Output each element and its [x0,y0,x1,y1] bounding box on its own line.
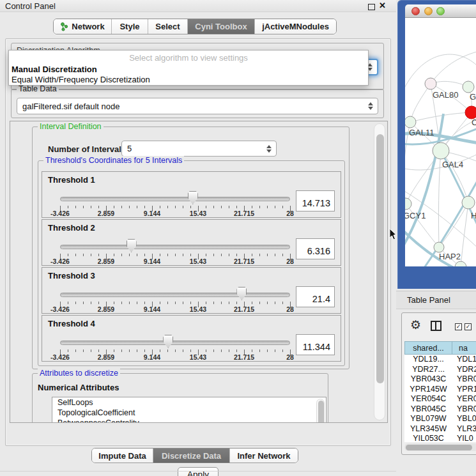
threshold-value-field[interactable] [296,190,335,211]
close-traffic-light-icon[interactable] [411,7,420,15]
tick-label: 9.144 [144,210,160,217]
network-edge[interactable] [438,151,441,247]
table-cell[interactable]: YBL079W [404,414,452,424]
table-cell[interactable]: YDR27... [404,365,452,375]
network-node[interactable] [465,106,476,119]
dropdown-option-equal-width[interactable]: Equal Width/Frequency Discretization [9,75,368,85]
network-view-window[interactable]: GAL80GACGAL11GAL4GCY1HHAP2 [397,0,476,289]
tab-infer-network[interactable]: Infer Network [229,449,298,463]
table-cell[interactable]: YBL0 [452,414,476,424]
network-edge[interactable] [431,51,476,84]
threshold-panel: Threshold 3 -3.4262.8599.14415.4321.7152… [42,267,341,314]
list-scrollbar[interactable] [316,399,325,423]
table-cell[interactable]: YBR0 [452,374,476,385]
network-edge[interactable] [410,112,472,122]
split-panel-icon[interactable] [431,321,441,331]
table-hscrollbar-thumb[interactable] [406,445,472,450]
network-node[interactable] [433,142,449,159]
table-row[interactable]: YBR045CYBR0 [404,404,476,415]
table-row[interactable]: YPR145WYPR1 [404,385,476,395]
attribute-list-item[interactable]: TopologicalCoefficient [52,408,326,418]
slider-track[interactable] [60,293,290,297]
table-data-combobox[interactable]: galFiltered.sif default node [17,98,378,114]
table-cell[interactable]: YLR345W [404,424,452,434]
table-cell[interactable]: YDL19... [404,355,452,365]
number-of-intervals-combobox[interactable]: 5 [121,141,277,157]
table-cell[interactable]: YLR3 [452,424,476,434]
threshold-value-field[interactable] [296,334,335,355]
list-scrollbar-thumb[interactable] [318,401,324,423]
close-icon[interactable]: ✕ [379,1,386,10]
threshold-value-field[interactable] [296,238,335,259]
slider-thumb[interactable] [188,191,198,204]
table-cell[interactable]: YBR043C [404,374,452,385]
threshold-value-field[interactable] [296,286,335,307]
table-hscrollbar[interactable] [404,443,476,451]
table-row[interactable]: YIL053CYIL0 [404,434,476,442]
numerical-attributes-list[interactable]: SelfLoopsTopologicalCoefficientBetweenne… [52,397,326,423]
panel-scrollbar-thumb[interactable] [376,134,384,383]
slider-track[interactable] [60,197,290,201]
network-node[interactable] [405,198,411,210]
zoom-traffic-light-icon[interactable] [436,7,445,15]
network-edge[interactable] [410,84,431,122]
gear-icon[interactable]: ⚙ [410,318,421,332]
network-node[interactable] [463,81,474,93]
column-header-name[interactable]: na [452,341,476,355]
tab-jactivemnodules[interactable]: jActiveMNodules [254,19,336,34]
table-cell[interactable]: YPR145W [404,385,452,395]
table-row[interactable]: YDL19...YDL1 [404,355,476,365]
dropdown-option-manual[interactable]: Manual Discretization [9,65,368,75]
table-cell[interactable]: YIL0 [452,434,476,442]
attribute-list-item[interactable]: BetweennessCentrality [52,418,326,423]
checkbox-icon[interactable]: ✓ [455,323,462,330]
apply-button[interactable]: Apply [178,467,219,476]
table-cell[interactable]: YDL1 [452,355,476,365]
tick-label: 15.43 [190,305,206,313]
network-node[interactable] [425,78,436,89]
table-cell[interactable]: YBR0 [452,404,476,415]
panel-scrollbar[interactable] [374,123,385,420]
table-cell[interactable]: YBR045C [404,404,452,415]
slider-track[interactable] [60,245,290,249]
tab-discretize-data[interactable]: Discretize Data [153,449,229,463]
slider-thumb[interactable] [236,287,247,300]
network-canvas[interactable]: GAL80GACGAL11GAL4GCY1HHAP2 [405,18,476,266]
network-node[interactable] [405,116,416,128]
network-edge[interactable] [461,203,468,266]
table-row[interactable]: YER054CYER0 [404,394,476,404]
network-node[interactable] [462,196,475,209]
table-row[interactable]: YBL079WYBL0 [404,414,476,424]
table-cell[interactable]: YER0 [452,394,476,404]
tab-cyni-toolbox[interactable]: Cyni Toolbox [187,19,254,34]
column-header-shared[interactable]: shared... [404,341,452,355]
table-cell[interactable]: YPR1 [452,385,476,395]
network-node[interactable] [455,261,466,266]
table-cell[interactable]: YDR2 [452,365,476,375]
threshold-slider[interactable] [60,334,290,350]
tab-impute-data[interactable]: Impute Data [92,449,153,463]
table-row[interactable]: YLR345WYLR3 [404,424,476,434]
attribute-list-item[interactable]: SelfLoops [52,397,326,408]
slider-thumb[interactable] [163,335,173,348]
threshold-slider[interactable] [60,286,290,302]
threshold-slider[interactable] [60,238,290,254]
dropdown-hint-option[interactable]: Select algorithm to view settings [9,50,368,65]
network-node[interactable] [434,242,444,252]
slider-thumb[interactable] [127,239,137,252]
tab-network[interactable]: Network [54,19,111,34]
table-row[interactable]: YBR043CYBR0 [404,374,476,385]
tab-select[interactable]: Select [148,19,187,34]
checkbox-icon[interactable]: ✓ [464,323,472,330]
slider-track[interactable] [60,341,290,345]
table-cell[interactable]: YIL053C [404,434,452,442]
network-window-titlebar[interactable] [405,4,476,18]
minimize-traffic-light-icon[interactable] [424,7,433,15]
network-icon [60,22,68,31]
threshold-slider[interactable] [60,190,290,206]
table-cell[interactable]: YER054C [404,394,452,404]
table-row[interactable]: YDR27...YDR2 [404,365,476,375]
tab-style[interactable]: Style [111,19,148,34]
network-edge[interactable] [439,203,468,247]
float-window-icon[interactable] [368,4,375,10]
